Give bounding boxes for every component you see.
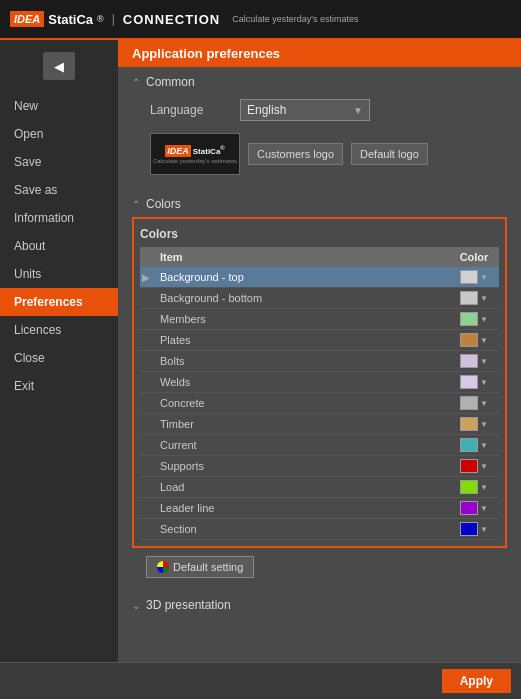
bottom-bar: Apply — [0, 662, 521, 699]
table-row[interactable]: Leader line ▼ — [140, 498, 499, 519]
color-swatch-container: ▼ — [455, 333, 493, 347]
row-expand — [140, 330, 154, 351]
header-subtitle: Calculate yesterday's estimates — [232, 14, 358, 24]
color-swatch — [460, 291, 478, 305]
table-row[interactable]: Section ▼ — [140, 519, 499, 540]
row-color-cell: ▼ — [449, 435, 499, 456]
color-swatch — [460, 480, 478, 494]
color-swatch-container: ▼ — [455, 522, 493, 536]
color-swatch-container: ▼ — [455, 480, 493, 494]
customers-logo-button[interactable]: Customers logo — [248, 143, 343, 165]
sidebar-item-about[interactable]: About — [0, 232, 118, 260]
table-row[interactable]: Bolts ▼ — [140, 351, 499, 372]
row-color-cell: ▼ — [449, 372, 499, 393]
swatch-dropdown-icon[interactable]: ▼ — [480, 357, 488, 366]
row-item-name: Welds — [154, 372, 449, 393]
swatch-dropdown-icon[interactable]: ▼ — [480, 441, 488, 450]
table-row[interactable]: Members ▼ — [140, 309, 499, 330]
swatch-dropdown-icon[interactable]: ▼ — [480, 483, 488, 492]
collapse-icon-presentation: ⌄ — [132, 600, 140, 611]
color-swatch — [460, 501, 478, 515]
swatch-dropdown-icon[interactable]: ▼ — [480, 462, 488, 471]
presentation-section: ⌄ 3D presentation — [118, 592, 521, 624]
default-logo-button[interactable]: Default logo — [351, 143, 428, 165]
color-swatch — [460, 270, 478, 284]
sidebar-item-close[interactable]: Close — [0, 344, 118, 372]
row-item-name: Members — [154, 309, 449, 330]
apply-button[interactable]: Apply — [442, 669, 511, 693]
table-row[interactable]: Current ▼ — [140, 435, 499, 456]
table-row[interactable]: Background - bottom ▼ — [140, 288, 499, 309]
table-row[interactable]: Load ▼ — [140, 477, 499, 498]
colors-table-wrapper: Colors Item Color ▶ Background - top — [132, 217, 507, 548]
language-row: Language English ▼ — [132, 95, 507, 125]
table-row[interactable]: Plates ▼ — [140, 330, 499, 351]
row-expand — [140, 372, 154, 393]
swatch-dropdown-icon[interactable]: ▼ — [480, 504, 488, 513]
color-swatch-container: ▼ — [455, 312, 493, 326]
sidebar-item-preferences[interactable]: Preferences — [0, 288, 118, 316]
colors-table: Item Color ▶ Background - top ▼ — [140, 247, 499, 540]
swatch-dropdown-icon[interactable]: ▼ — [480, 315, 488, 324]
row-color-cell: ▼ — [449, 267, 499, 288]
row-expand — [140, 456, 154, 477]
collapse-icon-colors: ⌃ — [132, 199, 140, 210]
swatch-dropdown-icon[interactable]: ▼ — [480, 399, 488, 408]
header-module: CONNECTION — [123, 12, 220, 27]
colors-section: ⌃ Colors Colors Item Color ▶ — [118, 191, 521, 592]
table-row[interactable]: Concrete ▼ — [140, 393, 499, 414]
sidebar-item-new[interactable]: New — [0, 92, 118, 120]
swatch-dropdown-icon[interactable]: ▼ — [480, 420, 488, 429]
app-header: IDEA StatiCa® | CONNECTION Calculate yes… — [0, 0, 521, 40]
row-item-name: Supports — [154, 456, 449, 477]
content-area: Application preferences ⌃ Common Languag… — [118, 40, 521, 662]
color-swatch-container: ▼ — [455, 291, 493, 305]
swatch-dropdown-icon[interactable]: ▼ — [480, 378, 488, 387]
presentation-collapsible[interactable]: ⌄ 3D presentation — [132, 598, 507, 612]
presentation-label: 3D presentation — [146, 598, 231, 612]
sidebar-item-save[interactable]: Save — [0, 148, 118, 176]
table-row[interactable]: Timber ▼ — [140, 414, 499, 435]
swatch-dropdown-icon[interactable]: ▼ — [480, 294, 488, 303]
row-expand — [140, 393, 154, 414]
row-color-cell: ▼ — [449, 330, 499, 351]
default-setting-button[interactable]: Default setting — [146, 556, 254, 578]
row-color-cell: ▼ — [449, 414, 499, 435]
common-label: Common — [146, 75, 195, 89]
row-expand — [140, 477, 154, 498]
colors-collapsible[interactable]: ⌃ Colors — [132, 197, 507, 211]
sidebar-item-open[interactable]: Open — [0, 120, 118, 148]
swatch-dropdown-icon[interactable]: ▼ — [480, 336, 488, 345]
sidebar-item-exit[interactable]: Exit — [0, 372, 118, 400]
col-item: Item — [154, 247, 449, 267]
table-row[interactable]: Welds ▼ — [140, 372, 499, 393]
sidebar-item-save-as[interactable]: Save as — [0, 176, 118, 204]
row-item-name: Timber — [154, 414, 449, 435]
color-swatch — [460, 459, 478, 473]
colors-table-title: Colors — [140, 225, 499, 243]
sidebar-item-information[interactable]: Information — [0, 204, 118, 232]
default-setting-icon — [157, 561, 169, 573]
color-swatch-container: ▼ — [455, 501, 493, 515]
swatch-dropdown-icon[interactable]: ▼ — [480, 273, 488, 282]
row-expand — [140, 351, 154, 372]
language-dropdown[interactable]: English ▼ — [240, 99, 370, 121]
logo-staticica-small: StatiCa® — [193, 145, 225, 156]
sidebar-item-licences[interactable]: Licences — [0, 316, 118, 344]
table-row[interactable]: Supports ▼ — [140, 456, 499, 477]
swatch-dropdown-icon[interactable]: ▼ — [480, 525, 488, 534]
row-expand — [140, 288, 154, 309]
common-collapsible[interactable]: ⌃ Common — [132, 75, 507, 89]
table-row[interactable]: ▶ Background - top ▼ — [140, 267, 499, 288]
color-swatch — [460, 375, 478, 389]
color-swatch-container: ▼ — [455, 354, 493, 368]
back-button[interactable]: ◀ — [43, 52, 75, 80]
logo-area: IDEA StatiCa® Calculate yesterday's esti… — [132, 125, 507, 183]
common-section: ⌃ Common Language English ▼ IDEA StatiCa… — [118, 67, 521, 191]
col-expand — [140, 247, 154, 267]
row-expand — [140, 414, 154, 435]
color-swatch-container: ▼ — [455, 459, 493, 473]
header-logo: IDEA StatiCa® — [10, 11, 104, 27]
sidebar-item-units[interactable]: Units — [0, 260, 118, 288]
color-swatch-container: ▼ — [455, 438, 493, 452]
